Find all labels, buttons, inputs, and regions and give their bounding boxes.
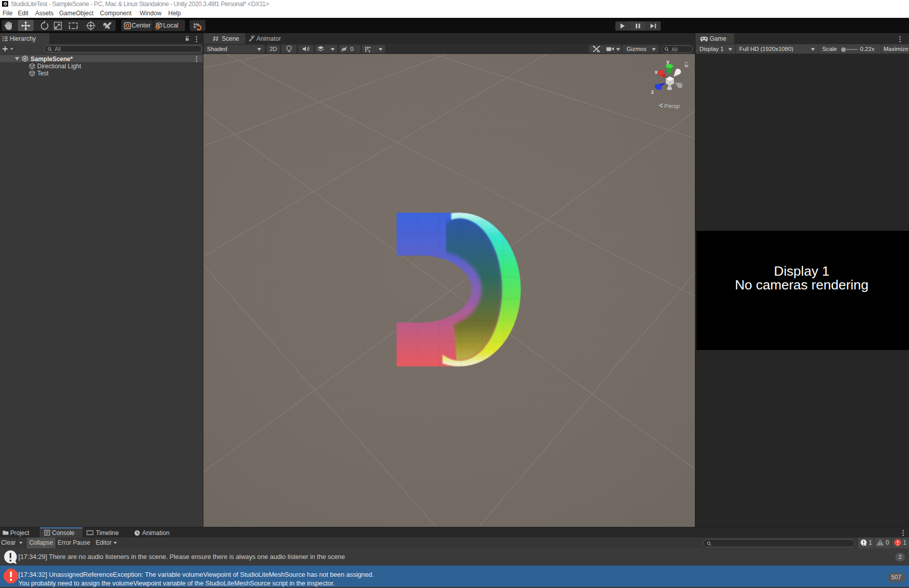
svg-text:Persp: Persp bbox=[664, 103, 680, 109]
svg-text:z: z bbox=[651, 89, 654, 95]
svg-text:x: x bbox=[655, 69, 658, 75]
svg-text:y: y bbox=[666, 59, 670, 65]
